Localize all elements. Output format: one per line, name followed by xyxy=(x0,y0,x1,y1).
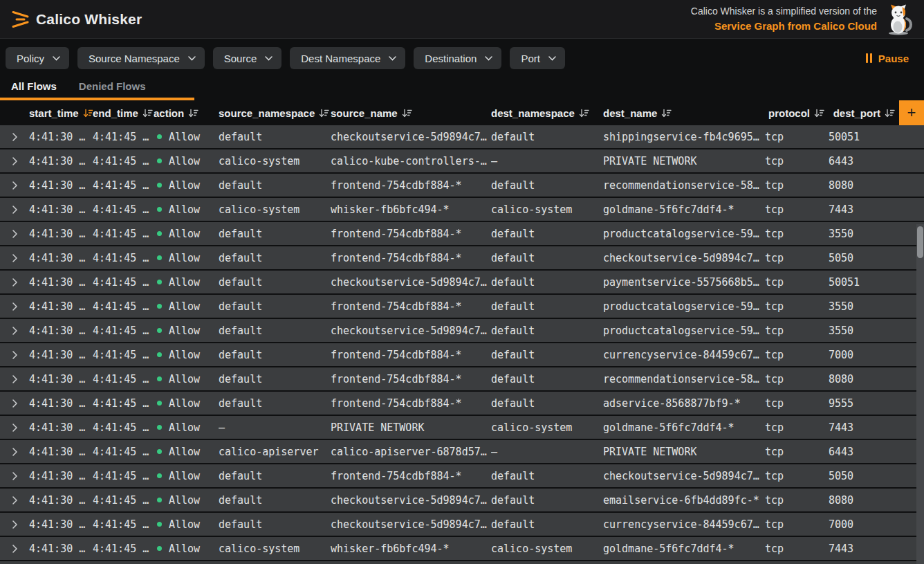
table-body: 4:41:30 … 4:41:45 … Allow default checko… xyxy=(0,125,924,560)
expand-row-icon[interactable] xyxy=(12,399,18,408)
column-header-dest-namespace[interactable]: dest_namespace xyxy=(491,107,603,119)
cell-action: Allow xyxy=(154,397,219,410)
table-row[interactable]: 4:41:30 … 4:41:45 … Allow calico-system … xyxy=(0,537,924,560)
sort-icon xyxy=(83,109,93,118)
cell-dest-name: goldmane-5f6fc7ddf4-* xyxy=(603,543,765,555)
cell-source-name: calico-kube-controllers-… xyxy=(331,155,491,167)
cell-dest-name: goldmane-5f6fc7ddf4-* xyxy=(603,203,765,216)
cell-source-namespace: calico-system xyxy=(219,203,331,216)
table-row[interactable]: 4:41:30 … 4:41:45 … Allow default checko… xyxy=(0,513,924,536)
expand-row-icon[interactable] xyxy=(12,181,18,190)
cell-dest-namespace: default xyxy=(491,373,603,385)
expand-row-icon[interactable] xyxy=(12,374,18,384)
column-header-dest-port[interactable]: dest_port xyxy=(829,107,899,119)
cell-source-namespace: default xyxy=(219,252,331,264)
column-header-protocol[interactable]: protocol xyxy=(765,107,829,119)
cell-dest-name: checkoutservice-5d9894c7… xyxy=(603,252,765,264)
cell-dest-namespace: default xyxy=(491,179,603,192)
cell-source-name: calico-apiserver-6878d57… xyxy=(331,446,491,458)
column-header-start-time[interactable]: start_time xyxy=(29,107,93,119)
cell-start-time: 4:41:30 … xyxy=(29,155,93,167)
expand-row-icon[interactable] xyxy=(12,132,18,142)
cell-dest-port: 5050 xyxy=(829,252,924,264)
filter-dest-namespace[interactable]: Dest Namespace xyxy=(290,47,405,69)
column-header-end-time[interactable]: end_time xyxy=(93,107,154,119)
filter-port[interactable]: Port xyxy=(510,47,565,69)
add-column-button[interactable]: + xyxy=(899,100,924,125)
tab-all-flows[interactable]: All Flows xyxy=(0,76,68,98)
expand-row-icon[interactable] xyxy=(12,544,18,554)
table-row[interactable]: 4:41:30 … 4:41:45 … Allow calico-apiserv… xyxy=(0,440,924,463)
table-row[interactable]: 4:41:30 … 4:41:45 … Allow default fronte… xyxy=(0,246,924,269)
table-row[interactable]: 4:41:30 … 4:41:45 … Allow default checko… xyxy=(0,489,924,511)
service-graph-link[interactable]: Service Graph from Calico Cloud xyxy=(691,19,877,34)
cell-dest-namespace: default xyxy=(491,131,603,143)
cell-protocol: tcp xyxy=(765,543,829,555)
table-row[interactable]: 4:41:30 … 4:41:45 … Allow – PRIVATE NETW… xyxy=(0,416,924,439)
cell-end-time: 4:41:45 … xyxy=(93,203,154,216)
cell-source-namespace: default xyxy=(219,470,331,482)
expand-row-icon[interactable] xyxy=(12,156,18,166)
cell-dest-namespace: default xyxy=(491,470,603,482)
table-row[interactable]: 4:41:30 … 4:41:45 … Allow default fronte… xyxy=(0,343,924,366)
column-header-dest-name[interactable]: dest_name xyxy=(603,107,765,119)
column-header-source-name[interactable]: source_name xyxy=(331,107,491,119)
sort-icon xyxy=(661,109,672,118)
pause-icon xyxy=(866,53,872,63)
expand-row-icon[interactable] xyxy=(12,350,18,360)
cell-protocol: tcp xyxy=(765,276,829,289)
filter-source-namespace[interactable]: Source Namespace xyxy=(77,47,205,69)
expand-row-icon[interactable] xyxy=(12,302,18,311)
table-row[interactable]: 4:41:30 … 4:41:45 … Allow default checko… xyxy=(0,271,924,293)
action-label: Allow xyxy=(169,203,200,216)
column-header-source-namespace[interactable]: source_namespace xyxy=(219,107,331,119)
table-row[interactable]: 4:41:30 … 4:41:45 … Allow default fronte… xyxy=(0,367,924,390)
cell-end-time: 4:41:45 … xyxy=(93,179,154,192)
expand-row-icon[interactable] xyxy=(12,278,18,287)
cell-dest-namespace: default xyxy=(491,252,603,264)
allow-status-dot xyxy=(157,449,162,454)
sort-icon xyxy=(885,109,895,118)
cell-source-name: checkoutservice-5d9894c7… xyxy=(331,325,491,337)
filter-source[interactable]: Source xyxy=(213,47,282,69)
vertical-scrollbar[interactable] xyxy=(916,224,924,564)
action-label: Allow xyxy=(169,470,200,482)
expand-row-icon[interactable] xyxy=(12,495,18,505)
table-row[interactable]: 4:41:30 … 4:41:45 … Allow calico-system … xyxy=(0,198,924,221)
cell-end-time: 4:41:45 … xyxy=(93,373,154,385)
allow-status-dot xyxy=(157,134,162,139)
table-row[interactable]: 4:41:30 … 4:41:45 … Allow default fronte… xyxy=(0,295,924,318)
sort-icon xyxy=(319,109,329,118)
cell-action: Allow xyxy=(154,494,219,507)
table-row[interactable]: 4:41:30 … 4:41:45 … Allow default fronte… xyxy=(0,392,924,415)
cell-dest-port: 3550 xyxy=(829,228,924,240)
table-row[interactable]: 4:41:30 … 4:41:45 … Allow default checko… xyxy=(0,125,924,148)
expand-row-icon[interactable] xyxy=(12,423,18,433)
tab-bar: All Flows Denied Flows xyxy=(0,76,924,98)
expand-row-icon[interactable] xyxy=(12,229,18,239)
expand-row-icon[interactable] xyxy=(12,520,18,529)
expand-row-icon[interactable] xyxy=(12,471,18,481)
cell-dest-port: 8080 xyxy=(829,179,924,192)
pause-button[interactable]: Pause xyxy=(866,53,913,64)
table-row[interactable]: 4:41:30 … 4:41:45 … Allow default fronte… xyxy=(0,464,924,487)
filter-policy[interactable]: Policy xyxy=(6,47,69,69)
chevron-down-icon xyxy=(53,56,60,61)
expand-row-icon[interactable] xyxy=(12,447,18,457)
cell-source-name: whisker-fb6bfc494-* xyxy=(331,543,491,555)
expand-row-icon[interactable] xyxy=(12,326,18,336)
table-row[interactable]: 4:41:30 … 4:41:45 … Allow default fronte… xyxy=(0,174,924,197)
table-row[interactable]: 4:41:30 … 4:41:45 … Allow calico-system … xyxy=(0,149,924,172)
table-row[interactable]: 4:41:30 … 4:41:45 … Allow default checko… xyxy=(0,319,924,342)
expand-row-icon[interactable] xyxy=(12,253,18,263)
filter-source-namespace-label: Source Namespace xyxy=(89,53,180,64)
cell-dest-name: productcatalogservice-59… xyxy=(603,300,765,313)
tab-denied-flows[interactable]: Denied Flows xyxy=(68,76,157,98)
filter-destination[interactable]: Destination xyxy=(414,47,501,69)
cell-start-time: 4:41:30 … xyxy=(29,300,93,313)
scrollbar-thumb[interactable] xyxy=(917,226,923,258)
table-row[interactable]: 4:41:30 … 4:41:45 … Allow default fronte… xyxy=(0,222,924,245)
column-header-action[interactable]: action xyxy=(154,107,219,119)
cell-source-namespace: default xyxy=(219,325,331,337)
expand-row-icon[interactable] xyxy=(12,205,18,215)
